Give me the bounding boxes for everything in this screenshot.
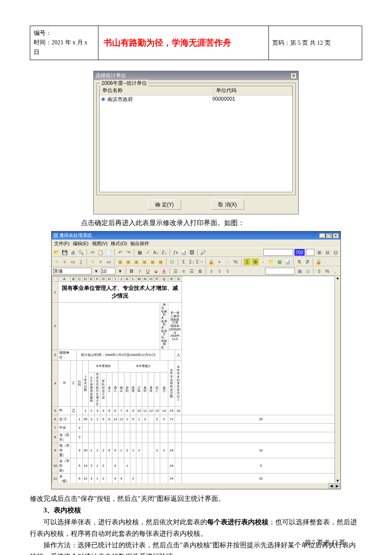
tool-icon[interactable]: ▭ — [105, 258, 112, 265]
scroll-down-icon[interactable]: ▼ — [335, 479, 340, 483]
col-header[interactable]: D — [83, 277, 89, 282]
tool-icon[interactable]: % — [232, 258, 239, 265]
sort-icon[interactable]: ⇅ — [296, 258, 303, 265]
table-row[interactable]: 5甲乙12345678910111213141516 — [52, 406, 340, 415]
menu-output[interactable]: 输出操作 — [130, 240, 149, 247]
sort-icon[interactable]: ✓ — [144, 249, 151, 256]
undo-icon[interactable]: ↶ — [117, 249, 124, 256]
col-header[interactable]: M — [136, 277, 142, 282]
toggle-icon[interactable]: 702 — [294, 249, 305, 256]
row-header[interactable]: 4 — [52, 360, 58, 406]
btn-icon[interactable]: - — [260, 258, 267, 265]
fill-icon[interactable]: ⬙ — [153, 268, 159, 275]
align-right-icon[interactable]: ☰ — [188, 268, 195, 275]
chart-icon[interactable]: 📊 — [180, 249, 187, 256]
dropdown-icon[interactable]: ▼ — [117, 268, 124, 275]
row-header[interactable]: 5 — [52, 406, 58, 415]
tool-icon[interactable]: ▭ — [69, 258, 76, 265]
tab-icon[interactable]: ▣ — [149, 258, 156, 265]
row-header[interactable]: 11 — [52, 473, 58, 484]
sort-desc-icon[interactable]: Z↓ — [161, 249, 167, 256]
btn-icon[interactable]: 1 — [244, 258, 251, 265]
col-header[interactable]: C — [77, 277, 83, 282]
col-header[interactable]: F — [95, 277, 101, 282]
tool-icon[interactable]: ≡ — [97, 258, 104, 265]
valign-icon[interactable]: ⫴ — [216, 268, 223, 275]
scroll-up-icon[interactable]: ▲ — [335, 276, 340, 280]
preview-icon[interactable]: 🔍 — [78, 249, 84, 256]
scroll-left-icon[interactable]: ◀ — [329, 483, 334, 489]
print-icon[interactable]: 🖨 — [69, 249, 76, 256]
italic-icon[interactable]: I — [136, 268, 143, 275]
close-icon[interactable]: ✕ — [333, 233, 339, 238]
sort-icon[interactable]: ⇵ — [304, 258, 311, 265]
menu-view[interactable]: 视图(V) — [92, 240, 108, 247]
cancel-button[interactable]: 取 消(X) — [211, 199, 244, 210]
col-header[interactable]: J — [118, 277, 124, 282]
style-combo[interactable] — [265, 268, 295, 275]
col-header[interactable]: H — [107, 277, 112, 282]
row-header[interactable]: 2 — [52, 303, 58, 350]
col-name[interactable]: 单位名称 — [100, 86, 213, 95]
valign-icon[interactable]: ⫴ — [224, 268, 231, 275]
folder-icon[interactable]: 📁 — [268, 258, 275, 265]
copy-icon[interactable]: 📋 — [97, 249, 104, 256]
tab-icon[interactable]: ▣ — [141, 258, 148, 265]
font-select[interactable] — [53, 268, 92, 275]
row-header[interactable]: 3 — [52, 350, 58, 360]
align-center-icon[interactable]: ≡ — [180, 268, 187, 275]
row-header[interactable]: 9 — [52, 442, 58, 458]
merge-icon[interactable]: ⊟ — [324, 249, 331, 256]
lock-icon[interactable]: 🔒 — [208, 258, 215, 265]
chart-icon[interactable]: 📊 — [284, 258, 291, 265]
col-header[interactable]: A — [58, 277, 71, 282]
tool-icon[interactable]: ✎ — [89, 258, 96, 265]
paste-icon[interactable]: 📄 — [105, 249, 112, 256]
row-header[interactable]: 10 — [52, 458, 58, 473]
tab-icon[interactable]: ▣ — [133, 258, 140, 265]
restore-icon[interactable]: ❐ — [326, 233, 332, 238]
col-header[interactable]: R — [168, 277, 175, 282]
menu-file[interactable]: 文件(F) — [54, 240, 69, 247]
tool-icon[interactable]: + — [216, 258, 223, 265]
col-header[interactable]: B — [71, 277, 77, 282]
eraser-icon[interactable]: ◇ — [304, 268, 311, 275]
sum-icon[interactable]: ☑ — [169, 258, 176, 265]
redo-icon[interactable]: ↷ — [125, 249, 132, 256]
spreadsheet-grid[interactable]: A B C D E F G H I J K L M N O — [52, 276, 340, 484]
col-header[interactable]: Q — [160, 277, 168, 282]
sigma-icon[interactable]: Σ — [180, 258, 187, 265]
save-icon[interactable]: 💾 — [61, 249, 68, 256]
col-header[interactable]: P — [154, 277, 160, 282]
row-header[interactable]: 1 — [52, 282, 58, 303]
font-color-icon[interactable]: A — [161, 268, 167, 275]
split-icon[interactable]: ⊡ — [332, 249, 339, 256]
ok-button[interactable]: 确 定(Y) — [148, 199, 181, 210]
menu-edit[interactable]: 编辑(E) — [73, 240, 89, 247]
image-icon[interactable]: 🖼 — [188, 249, 195, 256]
table-row[interactable]: 10县（市 区 旗）51331241245 — [52, 458, 340, 473]
btn-icon[interactable]: ⊕ — [252, 258, 259, 265]
close-icon[interactable]: ✕ — [291, 73, 297, 79]
list-item[interactable]: ◉ 南滨市政府 00000001 — [100, 95, 292, 104]
table-row[interactable]: 11乡（镇）6123124422410 — [52, 473, 340, 484]
tool-icon[interactable]: ▯ — [78, 258, 84, 265]
col-header[interactable]: S — [175, 277, 182, 282]
align-left-icon[interactable]: ☰ — [172, 268, 179, 275]
col-code[interactable]: 单位代码 — [213, 86, 292, 95]
col-header[interactable]: L — [130, 277, 136, 282]
table-row[interactable]: 8省（区 市）3 — [52, 432, 340, 442]
row-header[interactable]: 6 — [52, 415, 58, 423]
zoom-dd[interactable] — [306, 249, 314, 256]
table-row[interactable]: 6合 计145315614121512227225 — [52, 415, 340, 423]
border-icon[interactable]: ⊞ — [296, 268, 303, 275]
tool-icon[interactable]: - — [224, 258, 231, 265]
table-row[interactable]: 9地（市 州 盟）420112641212222410 — [52, 442, 340, 458]
zoom-combo[interactable] — [263, 249, 293, 256]
valign-icon[interactable]: ⫴ — [208, 268, 215, 275]
comma-icon[interactable]: , — [332, 268, 339, 275]
bold-icon[interactable]: B — [128, 268, 135, 275]
tab-icon[interactable]: ▣ — [117, 258, 124, 265]
dropdown-icon[interactable]: ▼ — [93, 268, 100, 275]
open-icon[interactable]: 📂 — [53, 249, 60, 256]
